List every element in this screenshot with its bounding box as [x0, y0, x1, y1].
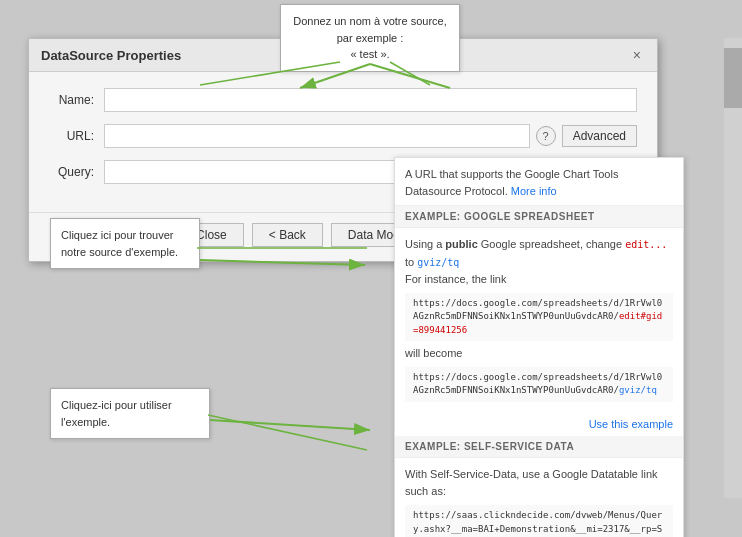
- url-info-panel: A URL that supports the Google Chart Too…: [394, 157, 684, 537]
- callout-source: Cliquez ici pour trouver notre source d'…: [50, 218, 200, 269]
- advanced-button[interactable]: Advanced: [562, 125, 637, 147]
- example1-code2: gviz/tq: [417, 257, 459, 268]
- example1-text: Using a public Google spreadsheet, chang…: [405, 238, 667, 268]
- url-label: URL:: [49, 129, 104, 143]
- example2-body: With Self-Service-Data, use a Google Dat…: [395, 458, 683, 537]
- name-row: Name:: [49, 88, 637, 112]
- example1-url1: https://docs.google.com/spreadsheets/d/1…: [405, 293, 673, 342]
- example1-url2-part2: gviz/tq: [619, 385, 657, 395]
- name-label: Name:: [49, 93, 104, 107]
- example2-url: https://saas.clickndecide.com/dvweb/Menu…: [405, 505, 673, 537]
- url-input[interactable]: [104, 124, 530, 148]
- url-row: URL: ? Advanced: [49, 124, 637, 148]
- example1-body: Using a public Google spreadsheet, chang…: [395, 228, 683, 414]
- query-label: Query:: [49, 165, 104, 179]
- scrollbar-thumb[interactable]: [724, 48, 742, 108]
- example1-url2: https://docs.google.com/spreadsheets/d/1…: [405, 367, 673, 402]
- help-icon-label: ?: [543, 130, 549, 142]
- more-info-link[interactable]: More info: [511, 185, 557, 197]
- example2-title: EXAMPLE: SELF-SERVICE DATA: [395, 436, 683, 458]
- callout-name-text: Donnez un nom à votre source, par exempl…: [293, 15, 446, 60]
- example1-for-instance: For instance, the link: [405, 273, 507, 285]
- url-info-description: A URL that supports the Google Chart Too…: [395, 158, 683, 206]
- use-example1-link[interactable]: Use this example: [395, 414, 683, 436]
- dialog-title: DataSource Properties: [41, 48, 181, 63]
- example1-code1: edit...: [625, 239, 667, 250]
- svg-line-3: [210, 420, 370, 430]
- callout-source-text: Cliquez ici pour trouver notre source d'…: [61, 229, 178, 258]
- url-input-group: ? Advanced: [104, 124, 637, 148]
- example1-will-become: will become: [405, 347, 462, 359]
- example2-text: With Self-Service-Data, use a Google Dat…: [405, 468, 658, 498]
- help-icon[interactable]: ?: [536, 126, 556, 146]
- callout-name: Donnez un nom à votre source, par exempl…: [280, 4, 460, 72]
- example1-title: EXAMPLE: GOOGLE SPREADSHEET: [395, 206, 683, 228]
- callout-use: Cliquez-ici pour utiliser l'exemple.: [50, 388, 210, 439]
- back-button[interactable]: < Back: [252, 223, 323, 247]
- dialog-close-button[interactable]: ×: [629, 47, 645, 63]
- scrollbar-track[interactable]: [724, 38, 742, 498]
- name-input[interactable]: [104, 88, 637, 112]
- svg-line-8: [208, 415, 367, 450]
- callout-use-text: Cliquez-ici pour utiliser l'exemple.: [61, 399, 172, 428]
